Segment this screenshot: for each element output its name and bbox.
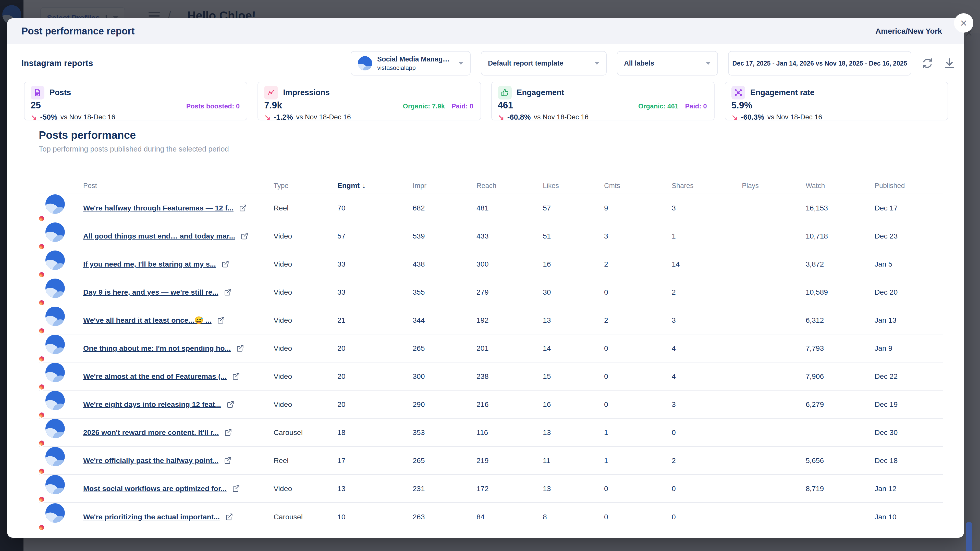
post-title-link[interactable]: One thing about me: I'm not spending ho.… (83, 344, 231, 353)
external-link-icon[interactable] (232, 485, 240, 492)
engagement-value: 13 (337, 484, 413, 493)
post-type: Carousel (274, 428, 337, 437)
external-link-icon[interactable] (232, 372, 240, 380)
table-row: We're almost at the end of Featuremas (.… (39, 362, 943, 391)
column-engmt[interactable]: Engmt↓ (337, 182, 413, 190)
table-row: 2026 won't reward more content. It'll r.… (39, 419, 943, 447)
external-link-icon[interactable] (236, 345, 244, 352)
table-row: Day 9 is here, and yes — we're still re.… (39, 278, 943, 306)
external-link-icon[interactable] (227, 400, 234, 408)
post-title-link[interactable]: We're prioritizing the actual important.… (83, 513, 220, 521)
metric-cards: Posts 25 Posts boosted: 0 ↘ -50% vs Nov … (7, 82, 964, 121)
close-button[interactable]: × (954, 13, 974, 33)
column-plays[interactable]: Plays (742, 182, 806, 190)
table-row: All good things must end… and today mar.… (39, 222, 943, 250)
engagement-thumbsup-icon (498, 86, 512, 100)
engagement-value: 20 (337, 400, 413, 409)
post-title-link[interactable]: Most social workflows are optimized for.… (83, 484, 227, 493)
report-template-selector[interactable]: Default report template (481, 51, 607, 76)
reach-value: 219 (476, 456, 543, 465)
shares-value: 0 (672, 484, 742, 493)
engagement-value: 33 (337, 260, 413, 268)
post-title-link[interactable]: All good things must end… and today mar.… (83, 232, 235, 240)
comments-value: 2 (604, 316, 672, 324)
post-avatar (45, 194, 65, 214)
shares-value: 3 (672, 316, 742, 324)
post-title-link[interactable]: We're officially past the halfway point.… (83, 456, 218, 465)
card-compare-label: vs Nov 18-Dec 16 (534, 113, 589, 121)
likes-value: 30 (543, 288, 604, 297)
refresh-icon[interactable] (921, 57, 933, 69)
impressions-value: 355 (413, 288, 476, 297)
shares-value: 3 (672, 400, 742, 409)
external-link-icon[interactable] (217, 316, 225, 324)
trend-down-icon: ↘ (732, 113, 738, 122)
post-type: Video (274, 372, 337, 381)
post-avatar (45, 222, 65, 242)
profile-avatar (358, 56, 372, 70)
instagram-badge-icon (38, 243, 45, 251)
watch-time-value: 16,153 (806, 204, 875, 212)
table-body: We're halfway through Featuremas — 12 f.… (39, 194, 943, 531)
card-value: 5.9% (732, 100, 752, 111)
external-link-icon[interactable] (221, 260, 229, 268)
card-title: Engagement (517, 88, 564, 97)
watch-time-value: 5,656 (806, 456, 875, 465)
post-avatar (45, 447, 65, 466)
labels-selector[interactable]: All labels (617, 51, 718, 76)
table-row: One thing about me: I'm not spending ho.… (39, 334, 943, 362)
reach-value: 238 (476, 372, 543, 381)
post-title-link[interactable]: 2026 won't reward more content. It'll r.… (83, 428, 219, 437)
scrollbar-thumb[interactable] (966, 522, 972, 551)
impressions-value: 353 (413, 428, 476, 437)
comments-value: 0 (604, 513, 672, 521)
card-title: Posts (49, 88, 71, 97)
impressions-value: 265 (413, 456, 476, 465)
column-shares[interactable]: Shares (672, 182, 742, 190)
external-link-icon[interactable] (224, 288, 232, 296)
engagement-value: 70 (337, 204, 413, 212)
engagement-value: 33 (337, 288, 413, 297)
post-avatar (45, 306, 65, 326)
shares-value: 1 (672, 232, 742, 240)
likes-value: 16 (543, 400, 604, 409)
column-reach[interactable]: Reach (476, 182, 543, 190)
engagement-value: 10 (337, 513, 413, 521)
table-row: We're halfway through Featuremas — 12 f.… (39, 194, 943, 222)
table-row: If you need me, I'll be staring at my s.… (39, 250, 943, 278)
paid-label: Paid: 0 (452, 102, 473, 110)
shares-value: 4 (672, 344, 742, 353)
date-range-picker[interactable]: Dec 17, 2025 - Jan 14, 2026 vs Nov 18, 2… (728, 51, 912, 76)
external-link-icon[interactable] (224, 457, 232, 464)
impressions-value: 300 (413, 372, 476, 381)
column-watch[interactable]: Watch (806, 182, 875, 190)
impressions-value: 290 (413, 400, 476, 409)
reach-value: 481 (476, 204, 543, 212)
external-link-icon[interactable] (225, 513, 233, 521)
profile-selector[interactable]: Social Media Management Too vistasociala… (351, 51, 471, 76)
column-cmts[interactable]: Cmts (604, 182, 672, 190)
post-title-link[interactable]: We're eight days into releasing 12 feat.… (83, 400, 221, 409)
post-title-link[interactable]: We're halfway through Featuremas — 12 f.… (83, 204, 234, 212)
column-post[interactable]: Post (83, 182, 274, 190)
column-likes[interactable]: Likes (543, 182, 604, 190)
column-impr[interactable]: Impr (413, 182, 476, 190)
watch-time-value: 7,906 (806, 372, 875, 381)
post-title-link[interactable]: Day 9 is here, and yes — we're still re.… (83, 288, 218, 297)
table-row: We're eight days into releasing 12 feat.… (39, 391, 943, 419)
external-link-icon[interactable] (224, 429, 232, 436)
shares-value: 0 (672, 428, 742, 437)
trend-down-icon: ↘ (264, 113, 270, 122)
external-link-icon[interactable] (241, 232, 248, 240)
column-type[interactable]: Type (274, 182, 337, 190)
watch-time-value: 7,793 (806, 344, 875, 353)
post-title-link[interactable]: If you need me, I'll be staring at my s.… (83, 260, 216, 268)
shares-value: 4 (672, 372, 742, 381)
engagement-value: 20 (337, 344, 413, 353)
post-title-link[interactable]: We've all heard it at least once...😅 ... (83, 316, 212, 324)
column-published[interactable]: Published (875, 182, 943, 190)
download-icon[interactable] (943, 57, 955, 69)
instagram-badge-icon (38, 299, 45, 306)
external-link-icon[interactable] (239, 204, 247, 212)
post-title-link[interactable]: We're almost at the end of Featuremas (.… (83, 372, 227, 381)
